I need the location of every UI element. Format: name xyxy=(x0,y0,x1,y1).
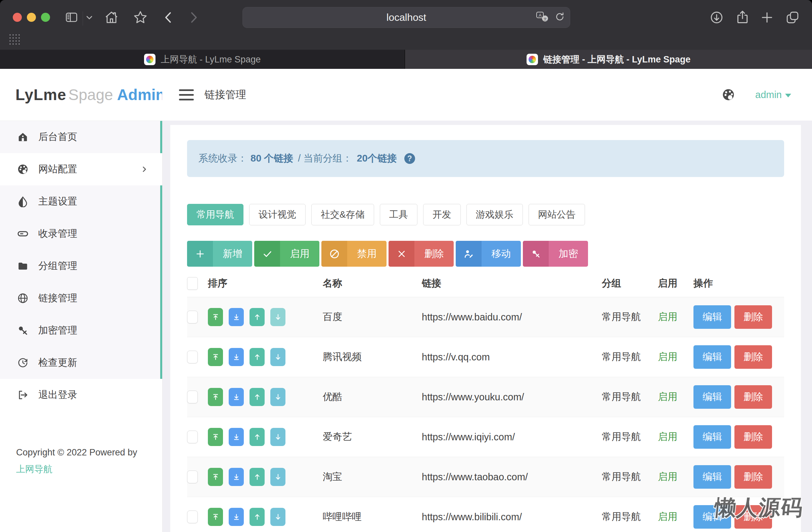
move-down-button[interactable] xyxy=(270,508,286,526)
move-up-button[interactable] xyxy=(249,508,265,526)
minimize-window-button[interactable] xyxy=(27,13,36,22)
theme-contrast-icon xyxy=(17,196,29,207)
encrypt-button[interactable]: 加密 xyxy=(523,241,588,267)
move-up-button[interactable] xyxy=(249,388,265,406)
sort-controls xyxy=(208,428,323,446)
select-all-checkbox[interactable] xyxy=(187,277,198,290)
delete-button[interactable]: 删除 xyxy=(735,385,772,409)
move-to-top-button[interactable] xyxy=(208,468,223,486)
forward-icon[interactable] xyxy=(187,11,200,24)
downloads-icon[interactable] xyxy=(709,10,724,25)
edit-button[interactable]: 编辑 xyxy=(694,345,731,369)
row-checkbox[interactable] xyxy=(187,351,198,363)
move-to-top-button[interactable] xyxy=(208,388,223,406)
browser-tab-background[interactable]: 上网导航 - LyLme Spage xyxy=(0,50,405,69)
sidebar-item-logout[interactable]: 退出登录 xyxy=(0,379,162,411)
table-row: 哔哩哔哩 https://www.bilibili.com/ 常用导航 启用 编… xyxy=(187,497,784,532)
translate-icon[interactable]: A文 xyxy=(536,11,549,24)
edit-button[interactable]: 编辑 xyxy=(694,305,731,329)
url-text: localhost xyxy=(387,12,426,23)
move-button[interactable]: 移动 xyxy=(456,241,521,267)
sidebar-item-check-update[interactable]: 检查更新 xyxy=(0,347,160,379)
chevron-down-icon[interactable] xyxy=(86,15,93,20)
move-down-button[interactable] xyxy=(270,308,286,326)
move-up-button[interactable] xyxy=(249,468,265,486)
edit-button[interactable]: 编辑 xyxy=(694,425,731,449)
sidebar-item-theme[interactable]: 主题设置 xyxy=(0,185,160,218)
delete-button[interactable]: 删除 xyxy=(735,425,772,449)
delete-button[interactable]: 删除 xyxy=(389,241,454,267)
move-up-button[interactable] xyxy=(249,308,265,326)
move-to-top-button[interactable] xyxy=(208,428,223,446)
share-icon[interactable] xyxy=(735,10,750,25)
move-down-button[interactable] xyxy=(270,468,286,486)
status-badge: 启用 xyxy=(658,390,694,404)
category-tab-social[interactable]: 社交&存储 xyxy=(311,204,374,225)
sidebar-item-collection[interactable]: 收录管理 xyxy=(0,218,160,250)
app-logo[interactable]: LyLme Spage Admin xyxy=(0,69,162,121)
move-up-button[interactable] xyxy=(249,428,265,446)
sidebar-item-site-config[interactable]: 网站配置 xyxy=(0,153,162,185)
move-down-button[interactable] xyxy=(270,428,286,446)
help-question-icon[interactable]: ? xyxy=(404,153,415,164)
enable-button[interactable]: 启用 xyxy=(254,241,319,267)
sidebar-item-groups[interactable]: 分组管理 xyxy=(0,250,160,282)
new-tab-icon[interactable] xyxy=(760,11,774,24)
sidebar-item-dashboard[interactable]: 后台首页 xyxy=(0,121,160,153)
delete-button[interactable]: 删除 xyxy=(735,345,772,369)
reload-icon[interactable] xyxy=(554,11,565,24)
category-tab-games[interactable]: 游戏娱乐 xyxy=(466,204,523,225)
sidebar-item-label: 收录管理 xyxy=(38,227,77,241)
browser-tab-active[interactable]: 链接管理 - 上网导航 - LyLme Spage xyxy=(405,50,812,69)
move-to-bottom-button[interactable] xyxy=(229,428,244,446)
category-tab-dev[interactable]: 开发 xyxy=(423,204,461,225)
delete-button[interactable]: 删除 xyxy=(735,305,772,329)
row-checkbox[interactable] xyxy=(187,471,198,483)
favicon xyxy=(144,54,156,65)
move-to-top-button[interactable] xyxy=(208,308,223,326)
category-tab-design[interactable]: 设计视觉 xyxy=(249,204,306,225)
sidebar-toggle-icon[interactable] xyxy=(64,11,78,24)
row-checkbox[interactable] xyxy=(187,391,198,403)
theme-palette-icon[interactable] xyxy=(721,87,736,102)
toolbar-divider xyxy=(83,11,83,26)
move-to-bottom-button[interactable] xyxy=(229,468,244,486)
move-to-bottom-button[interactable] xyxy=(229,388,244,406)
row-checkbox[interactable] xyxy=(187,511,198,523)
col-group: 分组 xyxy=(602,277,658,290)
zoom-window-button[interactable] xyxy=(41,13,50,22)
sidebar-item-links[interactable]: 链接管理 xyxy=(0,282,160,314)
back-icon[interactable] xyxy=(162,11,175,24)
category-tab-common[interactable]: 常用导航 xyxy=(187,204,244,225)
address-bar[interactable]: localhost A文 xyxy=(243,7,570,28)
row-checkbox[interactable] xyxy=(187,431,198,443)
home-icon[interactable] xyxy=(104,10,119,25)
category-tab-notice[interactable]: 网站公告 xyxy=(528,204,585,225)
add-button[interactable]: 新增 xyxy=(187,241,252,267)
move-to-top-button[interactable] xyxy=(208,348,223,366)
delete-button[interactable]: 删除 xyxy=(735,465,772,489)
tab-overview-icon[interactable] xyxy=(785,10,800,25)
sidebar-item-encryption[interactable]: 加密管理 xyxy=(0,314,160,347)
move-to-top-button[interactable] xyxy=(208,508,223,526)
user-menu[interactable]: admin xyxy=(755,89,791,100)
col-url: 链接 xyxy=(422,277,602,290)
bookmarks-star-icon[interactable] xyxy=(133,10,148,25)
close-window-button[interactable] xyxy=(13,13,22,22)
ban-icon xyxy=(321,241,347,267)
copyright-link[interactable]: 上网导航 xyxy=(16,464,53,474)
edit-button[interactable]: 编辑 xyxy=(694,465,731,489)
edit-button[interactable]: 编辑 xyxy=(694,385,731,409)
move-to-bottom-button[interactable] xyxy=(229,308,244,326)
move-down-button[interactable] xyxy=(270,388,286,406)
menu-toggle-icon[interactable] xyxy=(179,89,194,100)
content-card: 系统收录： 80 个链接 / 当前分组： 20个链接 ? 常用导航 设计视觉 社… xyxy=(170,125,801,532)
disable-button[interactable]: 禁用 xyxy=(321,241,387,267)
move-to-bottom-button[interactable] xyxy=(229,348,244,366)
move-up-button[interactable] xyxy=(249,348,265,366)
category-tab-tools[interactable]: 工具 xyxy=(380,204,417,225)
col-name: 名称 xyxy=(323,277,422,290)
row-checkbox[interactable] xyxy=(187,311,198,323)
move-to-bottom-button[interactable] xyxy=(229,508,244,526)
move-down-button[interactable] xyxy=(270,348,286,366)
